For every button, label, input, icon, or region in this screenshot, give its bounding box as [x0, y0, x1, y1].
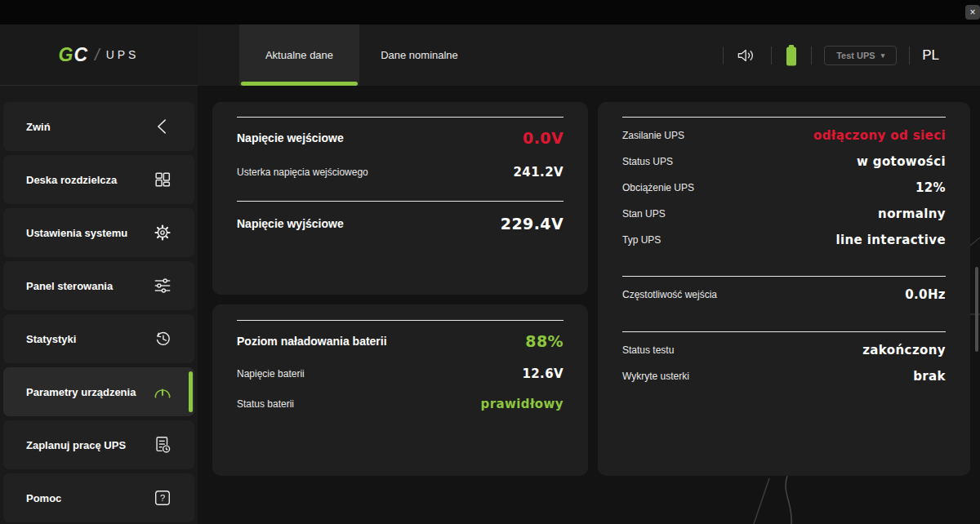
row-battery-voltage: Napięcie baterii 12.6V: [237, 366, 564, 381]
battery-icon: [784, 43, 799, 68]
main-area: Aktualne dane Dane nominalne: [198, 24, 980, 524]
sidebar-item-control-panel[interactable]: Panel sterowania: [3, 261, 194, 310]
sidebar-item-system-settings[interactable]: Ustawienia systemu: [3, 208, 194, 257]
brand-product: UPS: [106, 48, 140, 61]
top-bar: Aktualne dane Dane nominalne: [198, 24, 980, 86]
gauge-icon: [152, 381, 173, 402]
sidebar-menu: Zwiń Deska rozdzielcza: [0, 86, 198, 522]
chevron-left-icon: [152, 116, 173, 137]
row-ups-power: Zasilanie UPS odłączony od sieci: [622, 122, 946, 149]
value-battery-level: 88%: [525, 332, 564, 350]
value-ups-state: normalny: [878, 206, 946, 221]
value-test-status: zakończony: [862, 343, 946, 357]
content-area: Napięcie wejściowe 0.0V Usterka napięcia…: [198, 86, 980, 524]
value-input-fault-voltage: 241.2V: [514, 165, 564, 180]
row-input-voltage: Napięcie wejściowe 0.0V: [237, 129, 564, 147]
sidebar-item-collapse[interactable]: Zwiń: [3, 102, 194, 151]
divider-line: [622, 276, 946, 277]
divider-line: [237, 117, 564, 118]
value-ups-type: line interactive: [835, 233, 946, 247]
sliders-icon: [152, 275, 173, 296]
row-ups-type: Typ UPS line interactive: [622, 227, 946, 253]
tab-nominal-data[interactable]: Dane nominalne: [359, 24, 479, 86]
brand-gc: GC: [59, 44, 89, 66]
divider-line: [622, 331, 946, 332]
brand-slash: /: [95, 46, 100, 64]
divider-line: [622, 117, 946, 118]
history-icon: [152, 328, 173, 349]
row-input-frequency: Częstotliwość wejścia 0.0Hz: [622, 282, 946, 308]
value-ups-load: 12%: [915, 180, 946, 195]
title-bar: ×: [0, 0, 980, 24]
row-battery-status: Status baterii prawidłowy: [237, 397, 564, 411]
divider-line: [237, 201, 564, 202]
row-test-status: Status testu zakończony: [622, 337, 946, 363]
row-output-voltage: Napięcie wyjściowe 229.4V: [237, 215, 564, 233]
caret-down-icon: ▾: [881, 51, 885, 60]
sidebar-item-dashboard[interactable]: Deska rozdzielcza: [3, 155, 194, 204]
dashboard-icon: [152, 169, 173, 190]
sidebar: GC / UPS Zwiń Deska rozdzielcza: [0, 24, 198, 524]
row-ups-load: Obciążenie UPS 12%: [622, 175, 946, 201]
value-battery-status: prawidłowy: [481, 397, 564, 411]
value-input-frequency: 0.0Hz: [905, 287, 946, 302]
value-input-voltage: 0.0V: [523, 129, 564, 147]
value-ups-power: odłączony od sieci: [813, 128, 946, 143]
row-battery-level: Poziom naładowania baterii 88%: [237, 332, 564, 350]
value-detected-faults: brak: [913, 369, 946, 384]
speaker-icon[interactable]: [736, 46, 759, 65]
row-detected-faults: Wykryte usterki brak: [622, 363, 946, 389]
app-window: × GC / UPS Zwiń Deska rozdzielcza: [0, 0, 980, 524]
sidebar-item-statistics[interactable]: Statystyki: [3, 314, 194, 363]
brand-logo: GC / UPS: [0, 24, 198, 86]
sidebar-item-help[interactable]: Pomoc ?: [3, 473, 194, 522]
device-selector-button[interactable]: Test UPS ▾: [824, 46, 897, 65]
card-voltage: Napięcie wejściowe 0.0V Usterka napięcia…: [212, 102, 588, 295]
row-ups-status: Status UPS w gotowości: [622, 149, 946, 175]
sidebar-item-schedule-ups[interactable]: Zaplanuj pracę UPS: [3, 420, 194, 469]
card-ups-status: Zasilanie UPS odłączony od sieci Status …: [598, 102, 970, 476]
svg-text:?: ?: [160, 493, 165, 503]
divider: [723, 47, 724, 64]
sidebar-item-device-parameters[interactable]: Parametry urządzenia: [3, 367, 194, 416]
gear-icon: [152, 222, 173, 243]
schedule-icon: [152, 434, 173, 455]
tab-current-data[interactable]: Aktualne dane: [239, 24, 359, 86]
divider: [771, 47, 772, 64]
help-icon: ?: [152, 487, 173, 508]
divider-line: [237, 320, 564, 321]
value-ups-status: w gotowości: [857, 154, 946, 169]
value-battery-voltage: 12.6V: [522, 366, 564, 381]
divider: [909, 47, 910, 64]
topbar-controls: Test UPS ▾ PL: [723, 24, 980, 86]
card-battery: Poziom naładowania baterii 88% Napięcie …: [212, 304, 588, 476]
tab-bar: Aktualne dane Dane nominalne: [239, 24, 479, 86]
row-input-fault-voltage: Usterka napięcia wejściowego 241.2V: [237, 165, 564, 180]
vertical-scrollbar[interactable]: [975, 267, 978, 352]
row-ups-state: Stan UPS normalny: [622, 201, 946, 227]
divider: [811, 47, 812, 64]
close-icon[interactable]: ×: [965, 5, 980, 20]
value-output-voltage: 229.4V: [501, 215, 564, 233]
language-switch[interactable]: PL: [922, 47, 939, 64]
